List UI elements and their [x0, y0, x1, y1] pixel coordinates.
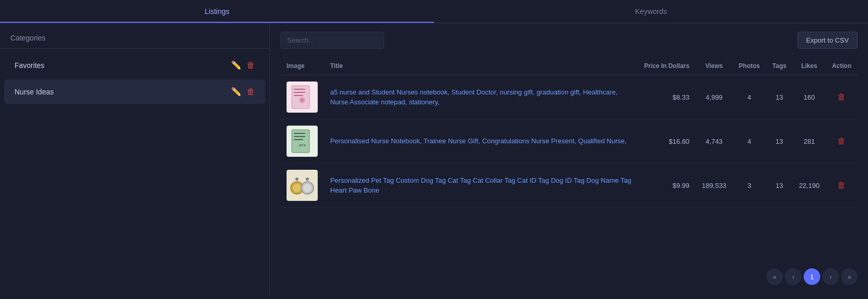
favorites-actions: ✏️ 🗑 [231, 60, 255, 70]
favorites-delete-icon[interactable]: 🗑 [247, 61, 255, 70]
svg-text:Jo's: Jo's [299, 143, 306, 147]
col-title: Title [324, 57, 638, 75]
col-price: Price In Dollars [638, 57, 696, 75]
tab-keywords[interactable]: Keywords [434, 0, 868, 23]
cell-image-1: Jo's [280, 119, 324, 164]
pagination: « ‹ 1 › » [280, 262, 858, 287]
row-delete-icon-1[interactable]: 🗑 [837, 137, 846, 145]
col-views: Views [696, 57, 733, 75]
sidebar-item-favorites[interactable]: Favorites ✏️ 🗑 [4, 53, 265, 77]
svg-point-18 [295, 178, 299, 181]
export-button[interactable]: Export to CSV [797, 32, 858, 49]
cell-action-0: 🗑 [826, 75, 858, 119]
svg-point-6 [301, 99, 304, 102]
sidebar-item-nurse-ideas[interactable]: Nurse Ideas ✏️ 🗑 [4, 79, 265, 104]
cell-likes-1: 281 [793, 119, 826, 164]
cell-title-2: Personalized Pet Tag Custom Dog Tag Cat … [324, 164, 638, 208]
svg-rect-9 [294, 133, 305, 134]
cell-price-2: $9.99 [638, 164, 696, 208]
cell-tags-1: 13 [766, 119, 793, 164]
cell-title-1: Personalised Nurse Notebook, Trainee Nur… [324, 119, 638, 164]
svg-point-19 [306, 178, 309, 181]
svg-rect-4 [294, 95, 303, 96]
cell-views-2: 189,533 [696, 164, 733, 208]
sidebar-title: Categories [0, 34, 269, 49]
cell-price-1: $16.60 [638, 119, 696, 164]
cell-title-0: a5 nurse and Student Nurses notebook, St… [324, 75, 638, 119]
nurse-ideas-delete-icon[interactable]: 🗑 [247, 87, 255, 97]
sidebar-item-nurse-ideas-label: Nurse Ideas [15, 88, 231, 96]
cell-photos-1: 4 [733, 119, 766, 164]
product-title-link-1[interactable]: Personalised Nurse Notebook, Trainee Nur… [330, 137, 627, 145]
product-title-link-0[interactable]: a5 nurse and Student Nurses notebook, St… [330, 88, 618, 106]
col-likes: Likes [793, 57, 826, 75]
nurse-ideas-actions: ✏️ 🗑 [231, 87, 255, 97]
cell-likes-2: 22,190 [793, 164, 826, 208]
product-image-1: Jo's [287, 126, 318, 157]
table-row: a5 nurse and Student Nurses notebook, St… [280, 75, 858, 119]
page-last-button[interactable]: » [841, 268, 858, 285]
cell-photos-2: 3 [733, 164, 766, 208]
listings-table: Image Title Price In Dollars Views Photo… [280, 57, 858, 208]
svg-rect-2 [294, 89, 305, 90]
cell-tags-0: 13 [766, 75, 793, 119]
content-header: Export to CSV [280, 32, 858, 49]
sidebar-item-favorites-label: Favorites [15, 61, 231, 70]
row-delete-icon-2[interactable]: 🗑 [837, 181, 846, 189]
row-delete-icon-0[interactable]: 🗑 [837, 92, 846, 101]
page-next-button[interactable]: › [822, 268, 839, 285]
cell-action-2: 🗑 [826, 164, 858, 208]
svg-point-17 [303, 184, 311, 192]
favorites-edit-icon[interactable]: ✏️ [231, 60, 241, 70]
content-area: Export to CSV Image Title Price In Dolla… [270, 23, 868, 295]
svg-point-15 [293, 184, 301, 192]
cell-price-0: $8.33 [638, 75, 696, 119]
table-header-row: Image Title Price In Dollars Views Photo… [280, 57, 858, 75]
page-1-button[interactable]: 1 [804, 268, 820, 285]
tabs-bar: Listings Keywords [0, 0, 868, 23]
cell-likes-0: 160 [793, 75, 826, 119]
product-image-0 [287, 81, 318, 113]
product-title-link-2[interactable]: Personalized Pet Tag Custom Dog Tag Cat … [330, 176, 631, 195]
col-image: Image [280, 57, 324, 75]
listings-table-wrap: Image Title Price In Dollars Views Photo… [280, 57, 858, 262]
sidebar: Categories Favorites ✏️ 🗑 Nurse Ideas ✏️… [0, 23, 270, 295]
cell-tags-2: 13 [766, 164, 793, 208]
tab-listings[interactable]: Listings [0, 0, 434, 23]
page-prev-button[interactable]: ‹ [785, 268, 802, 285]
col-action: Action [826, 57, 858, 75]
cell-image-0 [280, 75, 324, 119]
search-input[interactable] [280, 32, 384, 49]
col-photos: Photos [733, 57, 766, 75]
product-image-2 [287, 170, 318, 201]
nurse-ideas-edit-icon[interactable]: ✏️ [231, 87, 241, 97]
cell-views-0: 4,999 [696, 75, 733, 119]
table-row: Jo's Personalised Nurse Notebook, Traine… [280, 119, 858, 164]
main-layout: Categories Favorites ✏️ 🗑 Nurse Ideas ✏️… [0, 23, 868, 295]
cell-action-1: 🗑 [826, 119, 858, 164]
page-first-button[interactable]: « [766, 268, 783, 285]
col-tags: Tags [766, 57, 793, 75]
table-row: Personalized Pet Tag Custom Dog Tag Cat … [280, 164, 858, 208]
svg-rect-11 [294, 139, 303, 140]
cell-photos-0: 4 [733, 75, 766, 119]
svg-rect-10 [294, 136, 305, 137]
cell-views-1: 4,743 [696, 119, 733, 164]
cell-image-2 [280, 164, 324, 208]
svg-rect-3 [294, 92, 305, 93]
